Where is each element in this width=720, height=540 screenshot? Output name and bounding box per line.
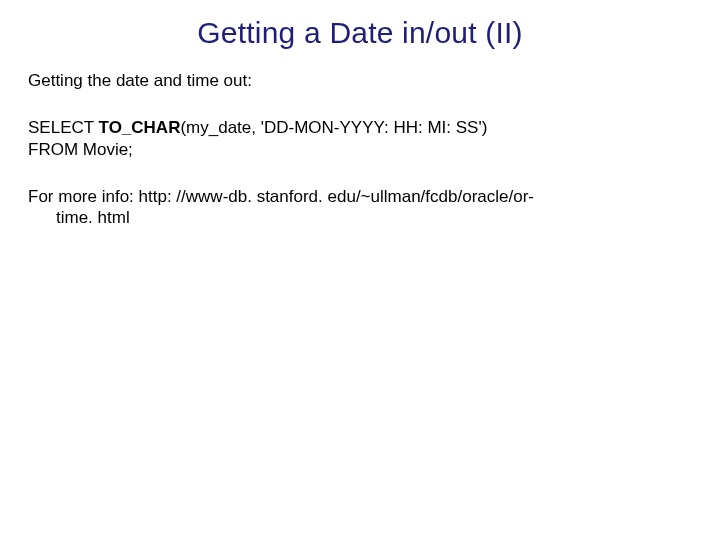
slide-body: Getting the date and time out: SELECT TO… (28, 70, 692, 228)
slide: Getting a Date in/out (II) Getting the d… (0, 0, 720, 540)
more-info-block: For more info: http: //www-db. stanford.… (28, 186, 692, 229)
more-info-url-1: http: //www-db. stanford. edu/~ullman/fc… (139, 187, 534, 206)
sql-tochar-args: (my_date, 'DD-MON-YYYY: HH: MI: SS') (180, 118, 487, 137)
slide-title: Getting a Date in/out (II) (28, 16, 692, 50)
intro-line: Getting the date and time out: (28, 70, 692, 91)
more-info-url-2: time. html (28, 207, 692, 228)
more-info-label: For more info: (28, 187, 139, 206)
sql-line-2: FROM Movie; (28, 139, 692, 160)
sql-select-keyword: SELECT (28, 118, 99, 137)
sql-block: SELECT TO_CHAR(my_date, 'DD-MON-YYYY: HH… (28, 117, 692, 160)
sql-tochar-func: TO_CHAR (99, 118, 181, 137)
sql-line-1: SELECT TO_CHAR(my_date, 'DD-MON-YYYY: HH… (28, 117, 692, 138)
